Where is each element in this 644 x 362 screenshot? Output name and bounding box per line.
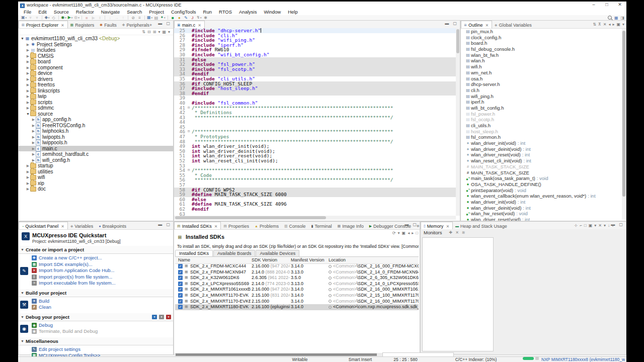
column-header-manifest-version[interactable]: Manifest Version bbox=[291, 257, 325, 262]
outline-item-cli-h[interactable]: ▤cli.h bbox=[461, 87, 621, 94]
memory-tool-icon[interactable]: ■ bbox=[170, 16, 176, 20]
expand-arrow-icon[interactable]: ▶ bbox=[26, 53, 30, 59]
outline-item-wlan-bt-fw-h[interactable]: ▤wlan_bt_fw.h bbox=[461, 52, 621, 58]
close-button[interactable]: ✕ bbox=[613, 2, 626, 9]
tree-item-doc[interactable]: ▶doc bbox=[19, 186, 173, 192]
memory-toolbar-icon[interactable]: ⊹ bbox=[574, 223, 578, 228]
outline-item-pin-mux-h[interactable]: ▤pin_mux.h bbox=[461, 29, 621, 35]
outline-item-wlan-driver-reset-void-[interactable]: ●wlan_driver_reset(void): int bbox=[461, 217, 621, 221]
outline-item-clock-config-h[interactable]: ▤clock_config.h bbox=[461, 35, 621, 41]
outline-item-printseparator-void-[interactable]: ●sprintSeparator(void): void bbox=[461, 188, 621, 194]
expand-arrow-icon[interactable]: ▶ bbox=[26, 100, 30, 106]
outline-item-wlan-driver-init-void-[interactable]: ●wlan_driver_init(void): int bbox=[461, 199, 621, 205]
expand-arrow-icon[interactable]: ▶ bbox=[26, 186, 30, 192]
tree-item-scripts[interactable]: ▶scripts bbox=[19, 100, 173, 106]
step-return-icon[interactable]: ↑ bbox=[120, 16, 126, 20]
tree-item-wifi-config-h[interactable]: ▶hwifi_config.h bbox=[19, 157, 173, 163]
monitor-icon[interactable]: ≋ bbox=[462, 230, 465, 235]
menu-analysis[interactable]: Analysis bbox=[235, 9, 260, 15]
quickstart-link-impfs[interactable]: ↥Import project(s) from file system... bbox=[32, 274, 173, 281]
tree-item-sdmmc[interactable]: ▶sdmmc bbox=[19, 105, 173, 111]
explorer-toolbar-icon[interactable]: ⊞ bbox=[153, 30, 156, 34]
tab-close-icon[interactable]: ✕ bbox=[485, 23, 489, 28]
outline-toolbar-icon[interactable]: ✕ bbox=[603, 22, 607, 27]
tree-item-linkscripts[interactable]: ▶linkscripts bbox=[19, 88, 173, 94]
sdk-row-sdk-2-x-k32w061dk6[interactable]: ✓▦SDK_2.x_K32W061DK62.6.305 (961 2022-11… bbox=[175, 275, 419, 281]
expand-arrow-icon[interactable]: ▶ bbox=[26, 59, 30, 65]
expand-arrow-icon[interactable]: ▶ bbox=[26, 65, 30, 71]
quickstart-link-clean[interactable]: ✗Clean bbox=[32, 304, 173, 311]
quickstart-link-newproj[interactable]: ✚Create a new C/C++ project... bbox=[32, 255, 173, 261]
import-icon[interactable]: ▤ bbox=[153, 16, 159, 20]
explorer-toolbar-icon[interactable]: ⇅ bbox=[142, 30, 145, 34]
tree-item-cmsis[interactable]: ▶CMSIS bbox=[19, 53, 173, 59]
search-icon[interactable] bbox=[608, 16, 612, 20]
expand-arrow-icon[interactable]: ▶ bbox=[31, 117, 36, 123]
editor-tab-main-c[interactable]: ▣main.c✕ bbox=[174, 21, 205, 28]
sdk-subtab-available-devices[interactable]: Available Devices bbox=[256, 250, 299, 256]
debug-icon[interactable]: ◉▾ bbox=[60, 15, 67, 20]
tree-item-main-c[interactable]: ▶cmain.c bbox=[19, 146, 173, 152]
fold-marker-icon[interactable]: ⊟ bbox=[188, 129, 192, 134]
quickstart-link-bug[interactable]: ◉Debug bbox=[32, 322, 173, 329]
suspend-icon[interactable]: ‖ bbox=[97, 16, 103, 20]
quickstart-link-sdkex[interactable]: ▦Import SDK example(s)... bbox=[32, 261, 173, 268]
editor-minmax-icons[interactable]: ▬ ▢ bbox=[445, 21, 458, 26]
explorer-toolbar-icon[interactable]: ▾ bbox=[168, 30, 170, 34]
explorer-tab-project-explorer[interactable]: ⊞Project Explorer✕ bbox=[19, 21, 68, 28]
explorer-tab-peripherals-[interactable]: ✚Peripherals+ bbox=[120, 21, 155, 28]
tree-item-wifi[interactable]: ▶wifi bbox=[19, 174, 173, 180]
sdk-row-sdk-2-x-frdm-mcxc444[interactable]: ✓▦SDK_2.x_FRDM-MCXC4442.16.000 (947 2024… bbox=[175, 263, 419, 269]
quickstart-tab-quickstart-panel[interactable]: ◔Quickstart Panel✕ bbox=[19, 222, 68, 229]
tab-close-icon[interactable]: ✕ bbox=[446, 224, 449, 229]
outline-item-fsl-ocotp-h[interactable]: ▤fsl_ocotp.h bbox=[461, 117, 621, 123]
menu-configtools[interactable]: ConfigTools bbox=[168, 9, 200, 15]
tree-item-lwipopts-h[interactable]: ▶hlwipopts.h bbox=[19, 134, 173, 140]
expand-arrow-icon[interactable]: ▶ bbox=[26, 94, 30, 100]
outline-item-dhcp-server-h[interactable]: ▤dhcp-server.h bbox=[461, 81, 621, 87]
save-icon[interactable]: ▼ bbox=[27, 16, 34, 20]
outline-item-wifi-ping-h[interactable]: ▤wifi_ping.h bbox=[461, 94, 621, 100]
outline-item-wlan-driver-reset-void-[interactable]: ●wlan_driver_reset(void): int bbox=[461, 152, 621, 158]
memory-toolbar-icon[interactable]: ▾ bbox=[612, 223, 614, 228]
outline-item-osa-task-handle-define-[interactable]: ●OSA_TASK_HANDLE_DEFINE() bbox=[461, 182, 621, 188]
memory-toolbar-icon[interactable]: ▣ bbox=[589, 223, 593, 228]
status-target-link[interactable]: NXP MIMXRT1180xxxx8 (evkmimxrt1180_wifi_… bbox=[541, 357, 625, 362]
quickstart-link-hammer[interactable]: ✦Build bbox=[32, 298, 173, 305]
expand-arrow-icon[interactable]: ▶ bbox=[31, 123, 36, 129]
maximize-button[interactable]: □ bbox=[600, 2, 613, 9]
menu-project[interactable]: Project bbox=[145, 9, 168, 15]
show-console-icon[interactable]: ≡ bbox=[136, 16, 143, 20]
section-collapse-icon[interactable]: ▼ bbox=[21, 248, 24, 251]
memory-toolbar-icon[interactable]: □ bbox=[584, 223, 587, 228]
expand-arrow-icon[interactable]: ▶ bbox=[26, 180, 30, 187]
tree-item-app-config-h[interactable]: ▶happ_config.h bbox=[19, 117, 173, 123]
tab-close-icon[interactable]: ✕ bbox=[214, 224, 218, 229]
tree-item-semihost-hardfault-c[interactable]: ▶csemihost_hardfault.c bbox=[19, 151, 173, 157]
quickstart-link-editset[interactable]: ✎Edit project settings bbox=[32, 346, 173, 353]
tree-item-project-settings[interactable]: ▶✱Project Settings bbox=[19, 42, 173, 48]
quickstart-tab-breakpoints[interactable]: ●Breakpoints bbox=[96, 222, 129, 229]
tree-item-board[interactable]: ▶board bbox=[19, 59, 173, 65]
editor-vscrollbar[interactable] bbox=[456, 28, 460, 216]
run-icon[interactable]: ▶▾ bbox=[67, 15, 73, 20]
outline-toolbar-icon[interactable]: ⊼ bbox=[598, 22, 601, 27]
jlink-icon[interactable]: J bbox=[189, 16, 196, 20]
section-header[interactable]: ▼Debug your project▾▾▾ bbox=[19, 313, 173, 321]
sdk-tab-terminal[interactable]: ▮Terminal bbox=[309, 222, 335, 229]
expand-arrow-icon[interactable]: ▶ bbox=[31, 128, 36, 134]
tab-close-icon[interactable]: ✕ bbox=[61, 23, 64, 28]
outline-item-main-task-stack-size[interactable]: #MAIN_TASK_STACK_SIZE bbox=[461, 170, 621, 176]
outline-vscrollbar[interactable] bbox=[622, 29, 626, 220]
tree-item-includes[interactable]: ▶▤Includes bbox=[19, 47, 173, 53]
outline-item-wlan-driver-deinit-void-[interactable]: ●wlan_driver_deinit(void): int bbox=[461, 205, 621, 211]
clean-icon[interactable]: ◇ bbox=[50, 16, 57, 20]
memory-monitors-list[interactable] bbox=[422, 237, 494, 351]
expand-arrow-icon[interactable]: ▶ bbox=[26, 105, 30, 111]
sdk-checkbox[interactable]: ✓ bbox=[178, 282, 183, 286]
sdk-checkbox[interactable]: ✓ bbox=[178, 270, 183, 275]
collapse-arrow-icon[interactable]: ▼ bbox=[26, 111, 30, 117]
sdk-subtab-available-boards[interactable]: Available Boards bbox=[213, 250, 255, 256]
sdk-checkbox[interactable]: ✓ bbox=[178, 305, 183, 309]
sdk-checkbox[interactable]: ✓ bbox=[178, 287, 183, 292]
